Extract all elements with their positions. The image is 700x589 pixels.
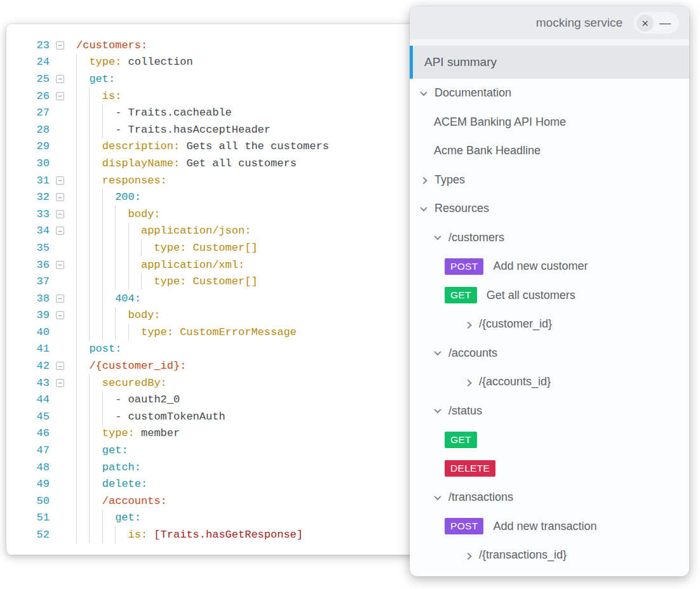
tree-item-customers[interactable]: /customers <box>410 223 689 253</box>
code-text[interactable]: responses: <box>76 172 167 189</box>
code-text[interactable]: 200: <box>76 189 141 206</box>
method-badge-post[interactable]: POST <box>445 518 483 534</box>
fold-toggle-icon[interactable]: − <box>56 227 64 235</box>
tree-item-types[interactable]: Types <box>410 166 689 195</box>
code-text[interactable]: is: <box>76 88 121 105</box>
code-text[interactable]: 404: <box>76 290 141 307</box>
code-text[interactable]: delete: <box>76 475 147 493</box>
indent-guide <box>102 526 115 543</box>
code-text[interactable]: type: CustomErrorMessage <box>76 324 297 341</box>
code-text[interactable]: type: Customer[] <box>76 273 258 290</box>
chevron-down-icon[interactable] <box>420 204 427 211</box>
code-text[interactable]: - customTokenAuth <box>76 408 225 425</box>
method-badge-get[interactable]: GET <box>445 432 477 448</box>
tree-item-label: Documentation <box>434 86 511 100</box>
line-number: 25 <box>6 73 50 85</box>
code-text[interactable]: is: [Traits.hasGetResponse] <box>76 526 303 543</box>
chevron-down-icon[interactable] <box>434 406 441 413</box>
tree-item-doc-acme-headline[interactable]: Acme Bank Headline <box>410 136 689 166</box>
indent-guide <box>102 121 115 138</box>
fold-toggle-icon[interactable]: − <box>56 294 64 303</box>
code-text[interactable]: displayName: Get all customers <box>76 155 297 172</box>
method-badge-delete[interactable]: DELETE <box>445 460 495 477</box>
minimize-icon[interactable]: — <box>659 17 671 29</box>
tree-item-accounts-id[interactable]: /{accounts_id} <box>410 367 689 397</box>
fold-toggle-icon[interactable]: − <box>56 379 64 387</box>
fold-column <box>56 277 64 286</box>
indent-guide <box>89 425 102 442</box>
indent-guide <box>89 239 102 256</box>
tree-item-documentation[interactable]: Documentation <box>410 79 689 108</box>
chevron-right-icon[interactable] <box>464 380 471 387</box>
chevron-down-icon[interactable] <box>434 493 441 500</box>
token-key: is: <box>102 90 122 102</box>
line-number: 34 <box>6 225 50 237</box>
tree-item-status-get[interactable]: GET <box>410 425 689 454</box>
tree-item-customers-get[interactable]: GETGet all customers <box>410 281 689 310</box>
code-text[interactable]: securedBy: <box>76 374 167 392</box>
code-text[interactable]: get: <box>76 442 128 459</box>
method-badge-post[interactable]: POST <box>445 258 483 275</box>
code-text[interactable]: - oauth2_0 <box>76 391 180 408</box>
chevron-right-icon[interactable] <box>464 553 471 560</box>
code-text[interactable]: patch: <box>76 459 141 476</box>
token-type: Customer[] <box>186 275 257 288</box>
code-text[interactable]: - Traits.cacheable <box>76 104 232 121</box>
fold-toggle-icon[interactable]: − <box>56 261 64 269</box>
close-button[interactable]: × <box>636 15 654 32</box>
tree-item-doc-acem-home[interactable]: ACEM Banking API Home <box>410 108 689 137</box>
tree-item-transactions-post[interactable]: POSTAdd new transaction <box>410 512 689 541</box>
tree-item-label: /accounts <box>448 347 497 360</box>
fold-toggle-icon[interactable]: − <box>56 176 64 185</box>
code-text[interactable]: get: <box>76 70 115 88</box>
code-text[interactable]: application/json: <box>76 223 251 240</box>
chevron-down-icon[interactable] <box>434 233 441 240</box>
code-text[interactable]: post: <box>76 341 121 358</box>
tree-item-customer-id[interactable]: /{customer_id} <box>410 310 689 339</box>
fold-toggle-icon[interactable]: − <box>56 311 64 319</box>
indent-guide <box>102 104 115 121</box>
tree-item-accounts[interactable]: /accounts <box>410 339 689 368</box>
api-summary-tab[interactable]: API summary <box>410 46 689 79</box>
code-text[interactable]: description: Gets all the customers <box>76 138 329 156</box>
code-text[interactable]: type: member <box>76 425 180 442</box>
method-badge-get[interactable]: GET <box>445 287 477 303</box>
close-icon: × <box>642 17 649 29</box>
token-key: description: <box>102 140 180 152</box>
fold-toggle-icon[interactable]: − <box>56 92 64 100</box>
chevron-right-icon[interactable] <box>420 177 427 184</box>
tree-item-transactions[interactable]: /transactions <box>410 483 689 512</box>
code-text[interactable]: body: <box>76 307 161 324</box>
fold-toggle-icon[interactable]: − <box>56 210 64 218</box>
indent-guide <box>102 206 115 223</box>
token-plain: Gets all the customers <box>180 140 329 152</box>
fold-toggle-icon[interactable]: − <box>56 362 64 370</box>
indent-guide <box>89 223 102 240</box>
fold-toggle-icon[interactable]: − <box>56 193 64 201</box>
fold-toggle-icon[interactable]: − <box>56 75 64 83</box>
code-text[interactable]: - Traits.hasAcceptHeader <box>76 121 271 138</box>
code-text[interactable]: /accounts: <box>76 493 167 510</box>
tree-item-transactions-id[interactable]: /{transactions_id} <box>410 541 689 570</box>
fold-toggle-icon[interactable]: − <box>56 41 64 50</box>
code-text[interactable]: /{customer_id}: <box>76 357 186 374</box>
line-number: 24 <box>6 56 50 68</box>
code-text[interactable]: /customers: <box>76 37 147 54</box>
line-number: 42 <box>6 360 50 372</box>
tree-item-resources[interactable]: Resources <box>410 194 689 223</box>
code-text[interactable]: type: Customer[] <box>76 239 258 256</box>
indent-guide <box>76 172 89 189</box>
code-text[interactable]: type: collection <box>76 54 193 71</box>
code-text[interactable]: application/xml: <box>76 256 245 274</box>
indent-guide <box>102 391 115 408</box>
tree-item-status-delete[interactable]: DELETE <box>410 454 689 484</box>
chevron-down-icon[interactable] <box>420 89 427 96</box>
chevron-right-icon[interactable] <box>464 322 471 329</box>
code-text[interactable]: body: <box>76 206 161 223</box>
code-text[interactable]: get: <box>76 510 141 527</box>
chevron-down-icon[interactable] <box>434 348 441 355</box>
tree-item-status[interactable]: /status <box>410 397 689 426</box>
tree-item-label: /{accounts_id} <box>479 375 551 388</box>
tree-item-customers-post[interactable]: POSTAdd new customer <box>410 252 689 281</box>
indent-guide <box>89 155 102 172</box>
